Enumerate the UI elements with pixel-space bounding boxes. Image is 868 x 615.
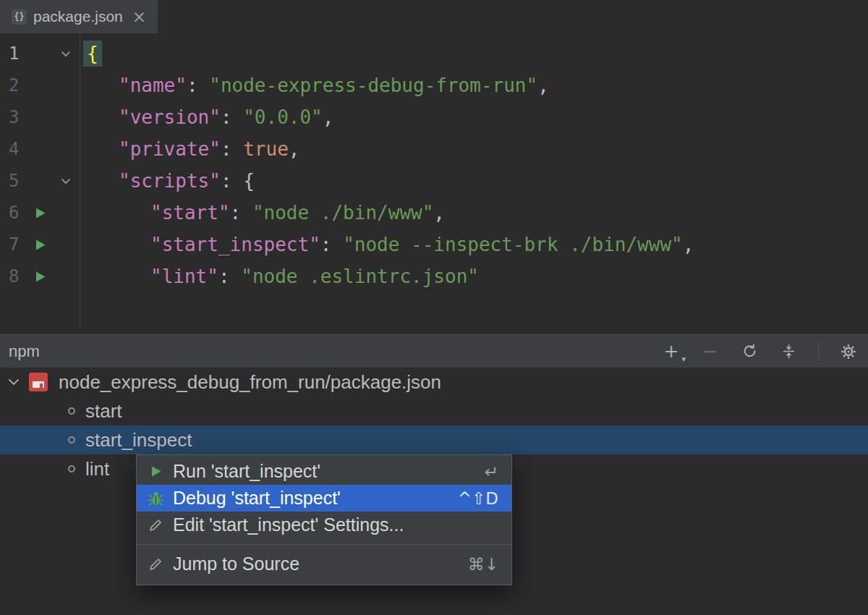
code-token: , [683,234,694,255]
menu-item-shortcut: ↵ [485,462,498,481]
code-token: "node ./bin/www" [252,202,433,224]
code-line: "name": "node-express-debug-from-run", [80,69,549,101]
run-gutter-slot [27,271,52,283]
menu-item-label: Jump to Source [173,554,299,574]
fold-gutter-slot [52,177,80,185]
npm-panel-header: npm +▾− [0,334,868,368]
dropdown-caret-icon: ▾ [681,355,686,364]
npm-panel-title: npm [9,342,40,361]
code-line: "start_inspect": "node --inspect-brk ./b… [80,229,694,260]
run-icon [147,465,164,478]
editor: 1{2"name": "node-express-debug-from-run"… [0,33,868,334]
menu-item-edit-start-inspect-settings[interactable]: Edit 'start_inspect' Settings... [137,512,511,538]
tab-package-json[interactable]: {} package.json × [0,0,158,33]
code-token: , [433,202,445,224]
code-token: "node --inspect-brk ./bin/www" [343,234,683,255]
gutter-separator [80,33,80,327]
code-token: , [289,138,300,160]
run-script-gutter-icon[interactable] [34,239,46,251]
code-token: "node .eslintrc.json" [241,266,479,287]
code-line: "private": true, [80,133,299,165]
jump-icon [147,557,164,572]
code-token: : [187,75,209,96]
add-icon[interactable]: +▾ [662,342,681,361]
script-bullet-icon [68,436,75,444]
menu-item-label: Run 'start_inspect' [173,461,320,482]
script-label: lint [85,458,109,480]
tree-row-start-inspect[interactable]: start_inspect [0,425,868,454]
line-number: 3 [0,107,27,127]
editor-line: 6"start": "node ./bin/www", [0,197,868,229]
line-number: 8 [0,266,27,287]
tree-row-start[interactable]: start [0,396,868,425]
debug-icon [147,491,164,506]
menu-item-debug-start-inspect[interactable]: Debug 'start_inspect'^⇧D [137,485,511,512]
context-menu: Run 'start_inspect'↵Debug 'start_inspect… [136,454,512,585]
package-json-file-icon: {} [12,9,27,25]
fold-chevron-icon[interactable] [60,50,72,58]
menu-item-shortcut: ⌘↓ [468,555,498,574]
code-token: : [218,266,241,287]
run-gutter-slot [27,207,52,219]
fold-gutter-slot [52,50,80,58]
refresh-icon[interactable] [740,342,759,361]
code-token: "lint" [150,266,218,287]
code-line: "lint": "node .eslintrc.json" [80,260,479,292]
edit-icon [147,518,164,533]
npm-package-icon [29,373,48,391]
run-gutter-slot [27,239,52,251]
editor-tab-bar: {} package.json × [0,0,868,33]
menu-item-run-start-inspect[interactable]: Run 'start_inspect'↵ [137,458,511,485]
code-token: "private" [119,138,221,160]
code-token: { [243,170,255,192]
code-token: "0.0.0" [243,106,323,128]
tree-root-label: node_express_debug_from_run/package.json [59,371,441,394]
code-token: "scripts" [119,170,221,192]
line-number: 2 [0,75,27,96]
line-number: 6 [0,203,27,223]
collapse-all-icon[interactable] [779,342,798,361]
chevron-down-icon[interactable] [7,378,20,386]
code-line: { [80,38,102,69]
menu-separator [137,544,511,545]
npm-toolbar: +▾− [662,342,858,361]
editor-line: 3"version": "0.0.0", [0,101,868,133]
menu-item-jump-to-source[interactable]: Jump to Source⌘↓ [137,551,511,577]
script-bullet-icon [68,407,75,415]
script-label: start_inspect [85,429,192,451]
code-token: "start" [150,202,230,224]
code-token: : [230,202,252,224]
line-number: 4 [0,139,27,159]
code-token: , [323,106,334,128]
tree-row-node-express-debug-from-run-package-json[interactable]: node_express_debug_from_run/package.json [0,368,868,396]
fold-chevron-icon[interactable] [60,177,72,185]
editor-line: 8"lint": "node .eslintrc.json" [0,260,868,292]
ide-window: {} package.json × 1{2"name": "node-expre… [0,0,868,615]
code-token: true [243,138,289,160]
editor-lines: 1{2"name": "node-express-debug-from-run"… [0,38,868,292]
code-token: { [83,41,102,67]
script-label: start [85,400,122,423]
code-token: "version" [119,106,221,128]
line-number: 5 [0,171,27,191]
code-token: : [221,106,243,128]
editor-line: 4"private": true, [0,133,868,165]
code-token: "name" [119,75,187,96]
code-line: "start": "node ./bin/www", [80,197,445,229]
line-number: 7 [0,234,27,255]
menu-item-shortcut: ^⇧D [458,489,498,508]
code-token: : [320,234,343,255]
close-icon[interactable]: × [132,9,146,25]
code-token: "node-express-debug-from-run" [209,75,537,96]
menu-item-label: Edit 'start_inspect' Settings... [173,514,404,535]
code-token: "start_inspect" [150,234,320,255]
code-token: : [221,138,243,160]
toolbar-separator [818,342,819,361]
code-token: : [221,170,243,192]
run-script-gutter-icon[interactable] [34,271,46,283]
code-line: "version": "0.0.0", [80,101,333,133]
run-script-gutter-icon[interactable] [34,207,46,219]
editor-line: 2"name": "node-express-debug-from-run", [0,69,868,101]
settings-icon[interactable] [839,342,858,361]
code-token: , [537,75,549,96]
